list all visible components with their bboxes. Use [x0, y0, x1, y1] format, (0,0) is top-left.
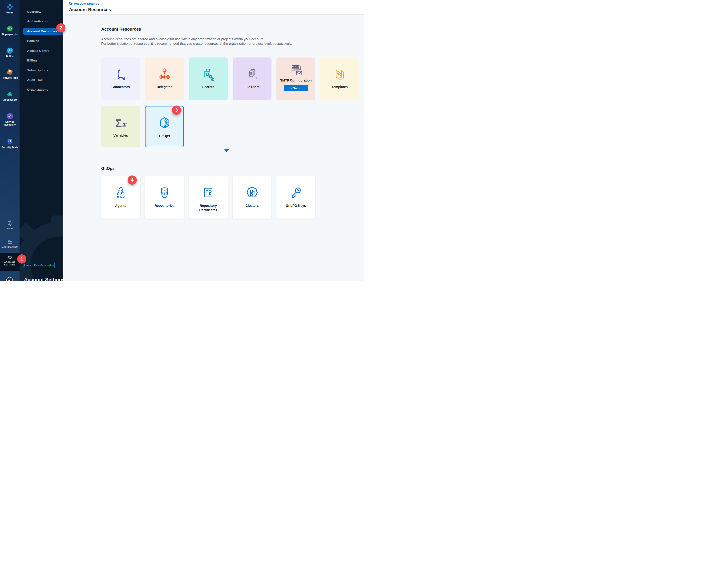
- service-reliability-icon: [6, 113, 13, 120]
- card-label: Agents: [113, 203, 129, 208]
- rail-item-label: DASHBOARDS: [0, 246, 20, 248]
- rail-item-label: Home: [0, 11, 20, 14]
- sidebar-item-billing[interactable]: Billing: [23, 57, 63, 64]
- sigma-x-icon: Σx: [115, 116, 126, 130]
- account-settings-sidebar: Overview Authentication Account Resource…: [20, 0, 63, 281]
- annotation-badge-4: 4: [128, 175, 137, 185]
- rail-item-account-settings-active[interactable]: ACCOUNT SETTINGS: [0, 253, 20, 270]
- templates-icon: [333, 68, 347, 81]
- gitops-hexagon-icon: [158, 117, 171, 130]
- resource-cards-row-1: Connectors Delegates: [101, 57, 359, 100]
- section-separator: [101, 230, 364, 230]
- user-avatar[interactable]: MC: [6, 277, 13, 281]
- card-label: SMTP Configuration: [278, 78, 313, 83]
- clusters-icon: [245, 186, 259, 200]
- card-label: Repositories: [152, 203, 177, 208]
- description-line-2: For better isolation of resources, it is…: [101, 41, 292, 46]
- sidebar-item-organizations[interactable]: Organizations: [23, 86, 63, 93]
- svg-text:?: ?: [9, 222, 10, 224]
- security-tests-icon: [6, 138, 13, 145]
- sidebar-item-audit-trail[interactable]: Audit Trail: [23, 77, 63, 84]
- sidebar-item-authentication[interactable]: Authentication: [23, 18, 63, 25]
- card-label: Templates: [330, 85, 349, 89]
- rail-item-label: Deployments: [0, 33, 20, 36]
- sidebar-item-overview[interactable]: Overview: [23, 8, 63, 15]
- rail-item-home[interactable]: Home: [0, 3, 20, 14]
- rail-item-label: Service Reliability: [0, 120, 20, 126]
- resource-card-secrets[interactable]: Secrets: [189, 57, 228, 100]
- gear-icon: [7, 255, 12, 260]
- launch-first-generation-button[interactable]: Launch First Generation: [24, 262, 55, 268]
- rail-item-service-reliability[interactable]: Service Reliability: [0, 113, 20, 126]
- rail-item-label: Security Tests: [0, 146, 20, 149]
- gitops-card-repository-certificates[interactable]: Repository Certificates: [189, 176, 228, 218]
- gitops-card-clusters[interactable]: Clusters: [233, 176, 271, 218]
- connectors-icon: [114, 68, 128, 81]
- account-settings-inner: ACCOUNT SETTINGS: [0, 255, 20, 266]
- smtp-setup-button[interactable]: + Setup: [284, 85, 308, 91]
- description-line-1: Account Resources are shared and availab…: [101, 37, 292, 41]
- repositories-bucket-icon: [158, 186, 171, 200]
- gitops-card-gnupg-keys[interactable]: GnuPG Keys: [276, 176, 315, 218]
- sidebar-footer-title: Account Settings: [24, 277, 63, 281]
- section-description: Account Resources are shared and availab…: [101, 37, 292, 46]
- file-store-icon: [245, 68, 259, 81]
- card-label: GitOps: [157, 134, 172, 138]
- rail-item-help[interactable]: ? HELP: [0, 221, 20, 230]
- help-chat-icon: ?: [7, 221, 13, 226]
- rail-item-deployments[interactable]: Deployments: [0, 25, 20, 36]
- breadcrumb-account-settings-link[interactable]: Account Settings: [74, 2, 99, 5]
- rail-item-builds[interactable]: Builds: [0, 47, 20, 58]
- annotation-badge-1: 1: [17, 254, 26, 263]
- resource-card-file-store[interactable]: File Store: [233, 57, 271, 100]
- sidebar-item-access-control[interactable]: Access Control: [23, 47, 63, 54]
- rail-item-label: HELP: [0, 227, 20, 230]
- card-label: Variables: [112, 133, 130, 138]
- rail-item-cloud-costs[interactable]: $ Cloud Costs: [0, 91, 20, 101]
- card-label: Secrets: [200, 85, 216, 89]
- resource-card-delegates[interactable]: Delegates: [145, 57, 184, 100]
- cloud-costs-icon: $: [6, 91, 13, 98]
- section-separator: [101, 162, 364, 162]
- feature-flags-icon: [6, 69, 13, 76]
- breadcrumb: Account Settings ›: [69, 2, 101, 5]
- resource-card-variables[interactable]: Σx Variables: [101, 106, 140, 147]
- card-label: Clusters: [243, 203, 261, 208]
- rail-item-label: Cloud Costs: [0, 98, 20, 101]
- harness-home-icon: [6, 3, 13, 10]
- page-title: Account Resources: [69, 7, 111, 12]
- card-label: Delegates: [155, 85, 174, 89]
- agents-squid-icon: [114, 186, 128, 200]
- gitops-section-title: GitOps: [101, 166, 115, 171]
- svg-text:$: $: [9, 93, 11, 96]
- rail-item-feature-flags[interactable]: Feature Flags: [0, 69, 20, 79]
- gitops-card-repositories[interactable]: Repositories: [145, 176, 184, 218]
- deployments-icon: [6, 25, 13, 32]
- sidebar-item-policies[interactable]: Policies: [23, 37, 63, 44]
- rail-item-label: ACCOUNT SETTINGS: [2, 261, 17, 266]
- section-title: Account Resources: [101, 27, 141, 32]
- rail-item-dashboards[interactable]: DASHBOARDS: [0, 240, 20, 248]
- resource-card-connectors[interactable]: Connectors: [101, 57, 140, 100]
- resource-cards-row-2: Σx Variables GitOps: [101, 106, 184, 147]
- dashboards-grid-icon: [7, 240, 12, 245]
- resource-card-templates[interactable]: Templates: [320, 57, 359, 100]
- secrets-icon: [202, 68, 215, 81]
- page-header: Account Settings › Account Resources: [63, 0, 364, 15]
- resource-card-smtp-configuration[interactable]: SMTP Configuration + Setup: [276, 57, 315, 100]
- annotation-badge-2: 2: [56, 23, 65, 32]
- card-label: File Store: [243, 85, 262, 89]
- rail-item-label: Builds: [0, 55, 20, 58]
- gnupg-key-icon: [289, 186, 303, 200]
- card-label: Connectors: [110, 85, 132, 89]
- sidebar-item-subscriptions[interactable]: Subscriptions: [23, 67, 63, 74]
- repository-certificates-icon: [202, 186, 215, 200]
- card-label: GnuPG Keys: [283, 203, 308, 208]
- rail-item-security-tests[interactable]: Security Tests: [0, 138, 20, 149]
- gitops-expanded-caret-icon: [224, 149, 230, 152]
- delegates-icon: [158, 68, 171, 81]
- smtp-server-mail-icon: [289, 64, 303, 77]
- breadcrumb-separator: ›: [101, 2, 101, 5]
- builds-icon: [6, 47, 13, 54]
- annotation-badge-3: 3: [172, 105, 181, 115]
